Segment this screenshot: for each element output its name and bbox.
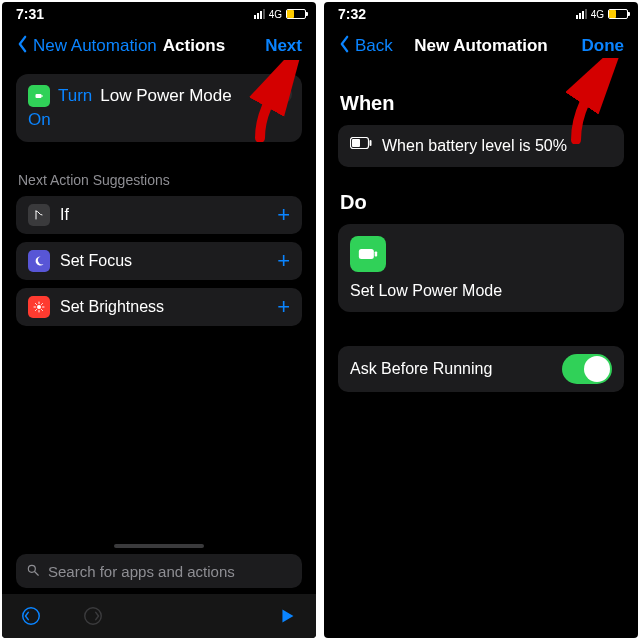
branch-icon [28, 204, 50, 226]
add-icon[interactable]: + [277, 296, 290, 318]
suggestion-label: Set Brightness [60, 298, 267, 316]
ask-toggle[interactable] [562, 354, 612, 384]
add-icon[interactable]: + [277, 250, 290, 272]
grabber[interactable] [114, 544, 204, 548]
bottom-toolbar [2, 594, 316, 638]
done-button[interactable]: Done [582, 36, 625, 56]
svg-point-11 [28, 565, 35, 572]
sun-icon [28, 296, 50, 318]
when-text: When battery level is 50% [382, 137, 567, 155]
clock: 7:32 [338, 6, 366, 22]
svg-rect-19 [375, 252, 378, 257]
action-card[interactable]: i Turn Low Power Mode On [16, 74, 302, 142]
suggestion-set-brightness[interactable]: Set Brightness + [16, 288, 302, 326]
status-bar: 7:31 4G [2, 2, 316, 24]
do-label: Set Low Power Mode [350, 282, 612, 300]
suggestion-set-focus[interactable]: Set Focus + [16, 242, 302, 280]
battery-level-icon [350, 137, 372, 155]
nav-title: Actions [163, 36, 225, 56]
content: When When battery level is 50% Do Set Lo… [324, 68, 638, 638]
search-icon [26, 563, 40, 580]
moon-icon [28, 250, 50, 272]
suggestions-header: Next Action Suggestions [18, 172, 302, 188]
add-icon[interactable]: + [277, 204, 290, 226]
back-button[interactable]: New Automation [16, 35, 157, 58]
back-label: Back [355, 36, 393, 56]
power-mode-icon [28, 85, 50, 107]
svg-point-2 [37, 305, 41, 309]
suggestion-label: Set Focus [60, 252, 267, 270]
network-label: 4G [591, 9, 604, 20]
clock: 7:31 [16, 6, 44, 22]
power-mode-app-icon [350, 236, 386, 272]
nav-bar: New Automation Actions Next [2, 24, 316, 68]
svg-rect-17 [352, 139, 360, 147]
svg-line-9 [36, 310, 37, 311]
status-right: 4G [254, 9, 306, 20]
signal-bars-icon [576, 9, 587, 19]
signal-bars-icon [254, 9, 265, 19]
battery-icon [608, 9, 628, 19]
suggestion-label: If [60, 206, 267, 224]
ask-before-running-row: Ask Before Running [338, 346, 624, 392]
content: i Turn Low Power Mode On Next Action Sug… [2, 68, 316, 544]
network-label: 4G [269, 9, 282, 20]
chevron-left-icon [16, 35, 29, 58]
battery-icon [286, 9, 306, 19]
do-card[interactable]: Set Low Power Mode [338, 224, 624, 312]
do-header: Do [340, 191, 624, 214]
suggestion-if[interactable]: If + [16, 196, 302, 234]
search-input[interactable]: Search for apps and actions [16, 554, 302, 588]
undo-icon[interactable] [20, 605, 42, 627]
next-button[interactable]: Next [265, 36, 302, 56]
when-header: When [340, 92, 624, 115]
svg-rect-0 [36, 94, 42, 98]
run-button[interactable] [276, 605, 298, 627]
back-label: New Automation [33, 36, 157, 56]
phone-screen-left: 7:31 4G New Automation Actions Next i Tu… [2, 2, 316, 638]
token-turn: Turn [58, 84, 92, 108]
token-on[interactable]: On [28, 108, 51, 132]
svg-line-8 [42, 310, 43, 311]
svg-line-12 [35, 571, 39, 575]
svg-rect-18 [359, 249, 374, 259]
search-placeholder: Search for apps and actions [48, 563, 235, 580]
status-bar: 7:32 4G [324, 2, 638, 24]
chevron-left-icon [338, 35, 351, 58]
svg-rect-16 [370, 140, 372, 146]
info-icon[interactable]: i [272, 84, 292, 104]
svg-line-10 [42, 304, 43, 305]
svg-line-7 [36, 304, 37, 305]
redo-icon[interactable] [82, 605, 104, 627]
svg-rect-1 [42, 95, 43, 97]
back-button[interactable]: Back [338, 35, 393, 58]
ask-label: Ask Before Running [350, 360, 492, 378]
nav-bar: Back New Automation Done [324, 24, 638, 68]
when-row[interactable]: When battery level is 50% [338, 125, 624, 167]
token-name: Low Power Mode [100, 84, 231, 108]
phone-screen-right: 7:32 4G Back New Automation Done When [324, 2, 638, 638]
status-right: 4G [576, 9, 628, 20]
